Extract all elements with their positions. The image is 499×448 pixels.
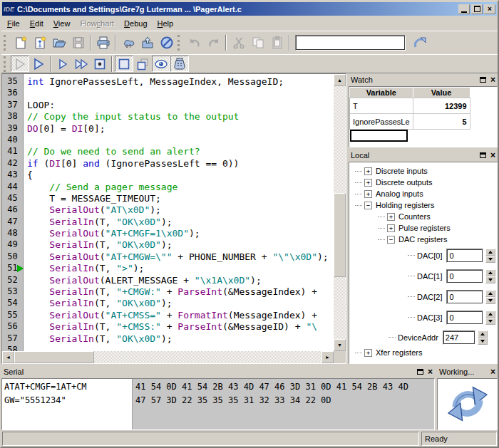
- code-area[interactable]: int IgnorePassesLeft, MessageIndex, Mess…: [24, 74, 334, 351]
- line-number[interactable]: 41: [2, 146, 23, 157]
- tree-item-discrete-inputs[interactable]: +Discrete inputs: [349, 165, 497, 177]
- code-line[interactable]: [27, 345, 334, 351]
- tree-item-discrete-outputs[interactable]: +Discrete outputs: [349, 177, 497, 188]
- tree-item-xfer-registers[interactable]: +Xfer registers: [349, 347, 497, 358]
- tree-item-dac-registers[interactable]: −DAC registers: [349, 234, 497, 245]
- serial-monitor-button[interactable]: [170, 56, 189, 72]
- line-number[interactable]: 55: [2, 310, 23, 321]
- line-number[interactable]: 52: [2, 275, 23, 286]
- code-line[interactable]: LOOP:: [27, 100, 334, 111]
- breakpoint-button[interactable]: [115, 56, 133, 72]
- expand-icon[interactable]: +: [364, 167, 372, 175]
- spin-up-icon[interactable]: [485, 269, 495, 276]
- tree-item-holding-registers[interactable]: −Holding registers: [349, 199, 497, 211]
- line-number[interactable]: 39: [2, 123, 23, 135]
- scroll-thumb[interactable]: [334, 193, 346, 277]
- record-button[interactable]: [91, 56, 109, 72]
- code-line[interactable]: DO[0] = DI[0];: [27, 123, 334, 135]
- tree-item-dac-1[interactable]: DAC[1]: [349, 266, 497, 286]
- editor-vertical-scrollbar[interactable]: ▲ ▼: [334, 74, 346, 351]
- line-number[interactable]: 36: [2, 88, 23, 99]
- line-number[interactable]: 50: [2, 251, 23, 263]
- watch-column-header[interactable]: Value: [413, 88, 470, 98]
- line-number[interactable]: 37: [2, 100, 23, 111]
- save-button[interactable]: [68, 33, 88, 52]
- code-line[interactable]: SerialIn(T, "+CMSS:" + ParseInt(&Message…: [27, 321, 334, 333]
- close-panel-icon[interactable]: ×: [490, 76, 495, 83]
- spin-up-icon[interactable]: [485, 311, 495, 318]
- code-line[interactable]: SerialIn(T, "OK\x0D");: [27, 239, 334, 251]
- scroll-thumb-h[interactable]: [14, 351, 94, 363]
- print-button[interactable]: [93, 33, 113, 52]
- serial-panel-titlebar[interactable]: Serial ×: [1, 365, 435, 378]
- line-number[interactable]: 51: [2, 263, 23, 274]
- step-button[interactable]: [53, 56, 72, 72]
- expand-icon[interactable]: +: [364, 190, 372, 198]
- watch-row[interactable]: IgnorePassesLe5: [350, 114, 470, 130]
- code-line[interactable]: int IgnorePassesLeft, MessageIndex, Mess…: [27, 76, 334, 88]
- code-line[interactable]: SerialOut(ALERT_MESSAGE + "\x1A\x0D");: [27, 275, 334, 286]
- tree-item-dac-3[interactable]: DAC[3]: [349, 307, 497, 328]
- code-line[interactable]: if (DI[0] and (IgnorePassesLeft == 0)): [27, 158, 334, 170]
- expand-icon[interactable]: +: [364, 349, 372, 357]
- code-line[interactable]: [27, 88, 334, 99]
- menu-debug[interactable]: Debug: [119, 18, 152, 29]
- scroll-track-h[interactable]: [14, 351, 321, 363]
- redo-button[interactable]: [204, 33, 223, 52]
- code-line[interactable]: [27, 135, 334, 146]
- transfer-button[interactable]: [118, 33, 138, 52]
- menu-file[interactable]: File: [2, 18, 25, 29]
- working-panel-titlebar[interactable]: Working... ×: [437, 365, 498, 378]
- watch-selected-cell[interactable]: [350, 130, 408, 142]
- code-line[interactable]: SerialIn(T, ">");: [27, 263, 334, 274]
- code-line[interactable]: SerialOut("AT+CMSS=" + FormatInt(Message…: [27, 310, 334, 321]
- open-button[interactable]: [49, 33, 68, 52]
- line-number[interactable]: 57: [2, 333, 23, 345]
- dac-1-spinner[interactable]: [485, 269, 495, 283]
- line-number[interactable]: 53: [2, 286, 23, 298]
- spin-up-icon[interactable]: [485, 290, 495, 297]
- menu-edit[interactable]: Edit: [25, 18, 48, 29]
- serial-ascii-view[interactable]: ATAT+CMGF=1AT+CM GW="5551234": [2, 379, 133, 429]
- dac-0-spinner[interactable]: [485, 249, 495, 263]
- cut-button[interactable]: [229, 33, 248, 52]
- code-line[interactable]: SerialOut("AT\x0D");: [27, 204, 334, 216]
- clear-breakpoint-button[interactable]: [133, 56, 152, 72]
- run-button[interactable]: [11, 56, 29, 72]
- tree-item-deviceaddr[interactable]: DeviceAddr: [349, 328, 497, 347]
- expand-icon[interactable]: +: [364, 179, 372, 187]
- collapse-icon[interactable]: −: [387, 236, 395, 244]
- code-line[interactable]: // Do we need to send an alert?: [27, 146, 334, 157]
- watch-panel-titlebar[interactable]: Watch ×: [349, 73, 498, 86]
- scroll-track[interactable]: [334, 86, 346, 339]
- line-number[interactable]: 38: [2, 111, 23, 123]
- tree-item-pulse-registers[interactable]: +Pulse registers: [349, 222, 497, 234]
- menu-flowchart[interactable]: Flowchart: [75, 18, 119, 29]
- expand-icon[interactable]: +: [387, 213, 395, 221]
- line-number[interactable]: 58: [2, 345, 23, 351]
- line-number[interactable]: 42: [2, 158, 23, 170]
- play-button[interactable]: [29, 56, 48, 72]
- code-editor[interactable]: 3536373839404142434445464748495051525354…: [1, 73, 346, 364]
- new-file-button[interactable]: [11, 33, 30, 52]
- toolbar-grip[interactable]: [4, 56, 9, 72]
- watch-variable-cell[interactable]: IgnorePassesLe: [350, 114, 413, 130]
- line-number[interactable]: 46: [2, 204, 23, 216]
- line-number[interactable]: 40: [2, 135, 23, 146]
- find-input[interactable]: [295, 35, 406, 51]
- title-bar[interactable]: IDE C:\Documents and Settings\Gre7g Lute…: [2, 2, 497, 16]
- code-line[interactable]: SerialOut("AT+CMGF=1\x0D");: [27, 228, 334, 239]
- line-number[interactable]: 47: [2, 217, 23, 228]
- spin-down-icon[interactable]: [485, 318, 495, 325]
- dac-3-input[interactable]: [446, 311, 483, 325]
- local-panel-titlebar[interactable]: Local ×: [349, 149, 498, 162]
- menu-view[interactable]: View: [48, 18, 76, 29]
- line-number[interactable]: 48: [2, 228, 23, 239]
- watch-column-header[interactable]: Variable: [350, 88, 413, 98]
- minimize-button[interactable]: [458, 4, 470, 14]
- collapse-icon[interactable]: −: [364, 202, 372, 209]
- multi-step-button[interactable]: [72, 56, 91, 72]
- watch-button[interactable]: [152, 56, 170, 72]
- code-line[interactable]: SerialIn(T, "OK\x0D");: [27, 333, 334, 345]
- paste-button[interactable]: [267, 33, 287, 52]
